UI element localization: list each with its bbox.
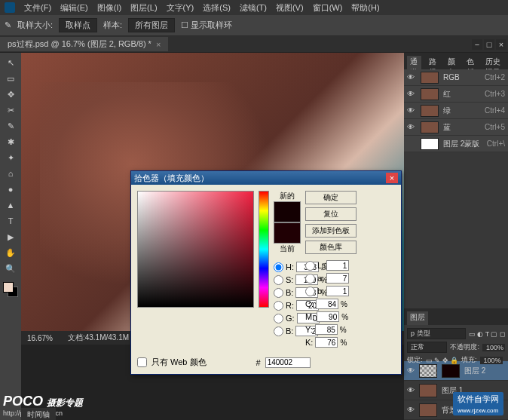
tab-channels[interactable]: 通道 — [407, 56, 421, 69]
reset-button[interactable]: 复位 — [305, 207, 357, 221]
tab-swatches[interactable]: 色板 — [464, 56, 478, 69]
s-radio[interactable] — [274, 275, 283, 285]
menu-image[interactable]: 图像(I) — [97, 2, 121, 14]
hand-tool[interactable]: ✋ — [3, 246, 18, 259]
minimize-icon[interactable]: − — [472, 39, 482, 50]
menu-filter[interactable]: 滤镜(T) — [240, 2, 267, 14]
document-tabs: ps过程.psd @ 16.7% (图层 2, RGB/8) * × − □ × — [0, 36, 508, 53]
stamp-tool[interactable]: ⌂ — [3, 167, 18, 180]
new-color-swatch — [274, 201, 301, 222]
path-tool[interactable]: ▶ — [3, 230, 18, 244]
move-tool[interactable]: ↖ — [3, 56, 18, 69]
b-radio[interactable] — [274, 288, 283, 298]
fg-color[interactable] — [3, 282, 14, 293]
filter-icons[interactable]: ▭ ◐ T ▢ ◻ — [469, 330, 505, 338]
hue-slider[interactable] — [259, 191, 269, 308]
h-radio[interactable] — [274, 262, 283, 272]
close-icon[interactable]: × — [496, 39, 506, 50]
menu-file[interactable]: 文件(F) — [24, 2, 51, 14]
fill-value[interactable]: 100% — [480, 357, 503, 364]
dialog-titlebar[interactable]: 拾色器（填充颜色） × — [131, 171, 401, 185]
sample-size-select[interactable]: 取样点 — [59, 18, 97, 32]
current-label: 当前 — [274, 244, 301, 254]
color-field[interactable] — [137, 191, 254, 308]
menu-select[interactable]: 选择(S) — [203, 2, 231, 14]
eye-icon[interactable]: 👁 — [407, 73, 416, 81]
zoom-tool[interactable]: 🔍 — [3, 262, 18, 275]
timeline-tab[interactable]: 时间轴 — [21, 408, 56, 420]
channel-rgb[interactable]: 👁RGBCtrl+2 — [404, 69, 508, 86]
channel-blue[interactable]: 👁蓝Ctrl+5 — [404, 119, 508, 136]
hex-input[interactable] — [265, 357, 311, 368]
menu-type[interactable]: 文字(Y) — [167, 2, 194, 14]
show-ring-checkbox[interactable]: ☐ 显示取样环 — [181, 20, 232, 31]
tab-layers[interactable]: 图层 — [407, 311, 428, 325]
g-radio[interactable] — [274, 314, 283, 323]
l-radio[interactable] — [305, 261, 315, 271]
eye-icon[interactable]: 👁 — [407, 106, 416, 115]
tab-history[interactable]: 历史记录 — [482, 56, 505, 69]
dialog-title: 拾色器（填充颜色） — [134, 173, 209, 184]
eye-icon[interactable]: 👁 — [407, 406, 415, 414]
tab-color[interactable]: 颜色 — [445, 56, 459, 69]
a-input[interactable] — [326, 273, 349, 284]
eye-icon[interactable]: 👁 — [407, 366, 415, 375]
c-input[interactable] — [316, 299, 338, 309]
gradient-tool[interactable]: ▲ — [3, 198, 18, 212]
current-color-swatch[interactable] — [274, 222, 301, 244]
m-input[interactable] — [317, 311, 339, 322]
right-panels: 通道 路径 颜色 色板 历史记录 👁RGBCtrl+2 👁红Ctrl+3 👁绿C… — [404, 53, 508, 420]
color-lib-button[interactable]: 颜色库 — [305, 241, 357, 254]
menu-view[interactable]: 视图(V) — [276, 2, 304, 14]
dialog-close-icon[interactable]: × — [386, 173, 398, 183]
channel-red[interactable]: 👁红Ctrl+3 — [404, 86, 508, 103]
lasso-tool[interactable]: ✥ — [3, 87, 18, 101]
web-only-checkbox[interactable] — [137, 357, 147, 367]
y-input[interactable] — [315, 324, 338, 335]
menu-help[interactable]: 帮助(H) — [351, 2, 379, 14]
eraser-tool[interactable]: ● — [3, 182, 18, 196]
close-tab-icon[interactable]: × — [156, 40, 161, 49]
options-bar: ✎ 取样大小: 取样点 样本: 所有图层 ☐ 显示取样环 — [0, 15, 508, 36]
layer-options: p 类型▭ ◐ T ▢ ◻ 正常不透明度:100% 锁定:▭ ✎ ✥ 🔒填充:1… — [404, 325, 508, 361]
tab-paths[interactable]: 路径 — [426, 56, 440, 69]
eye-icon[interactable]: 👁 — [407, 123, 416, 131]
channels-list: 👁RGBCtrl+2 👁红Ctrl+3 👁绿Ctrl+4 👁蓝Ctrl+5 图层… — [404, 69, 508, 152]
heal-tool[interactable]: ✱ — [3, 135, 18, 149]
lock-icons[interactable]: ▭ ✎ ✥ 🔒 — [426, 357, 459, 364]
layer-filter[interactable]: p 类型 — [407, 328, 466, 339]
ok-button[interactable]: 确定 — [305, 191, 357, 204]
l-input[interactable] — [326, 260, 349, 271]
document-tab[interactable]: ps过程.psd @ 16.7% (图层 2, RGB/8) * × — [0, 37, 168, 51]
sample-size-label: 取样大小: — [17, 20, 53, 31]
eye-icon[interactable]: 👁 — [407, 386, 415, 394]
lab-b-input[interactable] — [326, 286, 349, 296]
k-input[interactable] — [315, 337, 338, 348]
watermark-right: 软件自学网www.rjzxw.com — [453, 392, 503, 415]
menu-edit[interactable]: 编辑(E) — [60, 2, 88, 14]
menu-layer[interactable]: 图层(L) — [130, 2, 157, 14]
type-tool[interactable]: T — [3, 214, 18, 228]
eyedropper-tool[interactable]: ✎ — [3, 119, 18, 133]
toolbox: ↖ ▭ ✥ ✂ ✎ ✱ ✦ ⌂ ● ▲ T ▶ ✋ 🔍 — [0, 53, 21, 420]
r-radio[interactable] — [274, 301, 283, 311]
a-radio[interactable] — [305, 274, 315, 284]
opacity-value[interactable]: 100% — [482, 344, 505, 351]
crop-tool[interactable]: ✂ — [3, 103, 18, 117]
sample-select[interactable]: 所有图层 — [128, 18, 175, 32]
channel-green[interactable]: 👁绿Ctrl+4 — [404, 103, 508, 119]
brush-tool[interactable]: ✦ — [3, 151, 18, 164]
bb-radio[interactable] — [274, 326, 283, 336]
add-swatch-button[interactable]: 添加到色板 — [305, 224, 357, 238]
menu-window[interactable]: 窗口(W) — [313, 2, 343, 14]
app-logo — [5, 2, 15, 13]
eye-icon[interactable]: 👁 — [407, 90, 416, 98]
blend-mode[interactable]: 正常 — [407, 342, 447, 353]
color-picker-dialog: 拾色器（填充颜色） × 新的 当前 H:度 S:% B:% R: G: B: — [130, 170, 402, 375]
maximize-icon[interactable]: □ — [484, 39, 494, 50]
channel-mask[interactable]: 图层 2蒙版Ctrl+\ — [404, 136, 508, 152]
color-swatch[interactable] — [3, 282, 18, 297]
marquee-tool[interactable]: ▭ — [3, 72, 18, 85]
zoom-level[interactable]: 16.67% — [27, 334, 53, 342]
lab-b-radio[interactable] — [305, 287, 315, 296]
